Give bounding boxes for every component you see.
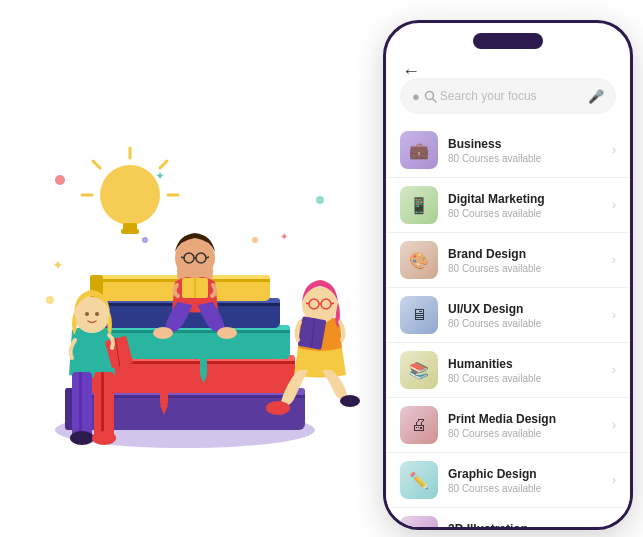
category-text: Humanities 80 Courses available <box>448 357 612 384</box>
svg-point-66 <box>316 196 324 204</box>
category-icon: 📱 <box>409 196 429 215</box>
chevron-right-icon: › <box>612 253 616 267</box>
category-icon: ✏️ <box>409 471 429 490</box>
chevron-right-icon: › <box>612 363 616 377</box>
phone-frame: ← ● Search your focus 🎤 💼 Business 80 Co… <box>383 20 633 530</box>
svg-rect-21 <box>160 375 168 405</box>
search-icon: ● <box>412 89 420 104</box>
category-icon: 🖥 <box>411 306 427 324</box>
svg-point-65 <box>55 175 65 185</box>
category-subtitle: 80 Courses available <box>448 428 612 439</box>
svg-line-41 <box>206 257 209 258</box>
svg-point-49 <box>92 431 116 445</box>
category-subtitle: 80 Courses available <box>448 373 612 384</box>
list-item[interactable]: 🎨 Brand Design 80 Courses available › <box>386 233 630 288</box>
svg-line-74 <box>433 99 436 102</box>
svg-point-34 <box>153 327 173 339</box>
svg-text:✦: ✦ <box>155 169 165 183</box>
svg-point-69 <box>46 296 54 304</box>
svg-line-30 <box>160 161 167 168</box>
chevron-right-icon: › <box>612 473 616 487</box>
phone-notch <box>473 33 543 49</box>
category-thumbnail: 🖨 <box>400 406 438 444</box>
svg-point-52 <box>95 312 99 316</box>
list-item[interactable]: 🖥 UI/UX Design 80 Courses available › <box>386 288 630 343</box>
svg-point-35 <box>217 327 237 339</box>
phone-mockup: ← ● Search your focus 🎤 💼 Business 80 Co… <box>383 20 633 530</box>
category-subtitle: 80 Courses available <box>448 263 612 274</box>
svg-text:✦: ✦ <box>52 257 64 273</box>
category-subtitle: 80 Courses available <box>448 483 612 494</box>
category-subtitle: 80 Courses available <box>448 153 612 164</box>
list-item[interactable]: 📱 Digital Marketing 80 Courses available… <box>386 178 630 233</box>
category-icon: 💼 <box>409 141 429 160</box>
svg-text:✦: ✦ <box>280 231 288 242</box>
svg-point-51 <box>85 312 89 316</box>
category-text: UI/UX Design 80 Courses available <box>448 302 612 329</box>
category-thumbnail: ✏️ <box>400 461 438 499</box>
chevron-right-icon: › <box>612 198 616 212</box>
svg-line-40 <box>181 257 184 258</box>
svg-point-48 <box>70 431 94 445</box>
svg-point-56 <box>340 395 360 407</box>
category-thumbnail: 🖥 <box>400 296 438 334</box>
list-item[interactable]: 🎭 3D Illustration 80 Courses available › <box>386 508 630 527</box>
svg-point-68 <box>252 237 258 243</box>
category-thumbnail: 📱 <box>400 186 438 224</box>
category-text: Business 80 Courses available <box>448 137 612 164</box>
svg-rect-45 <box>79 372 82 437</box>
search-icon-svg <box>424 90 437 103</box>
list-item[interactable]: 🖨 Print Media Design 80 Courses availabl… <box>386 398 630 453</box>
category-icon: 🎨 <box>409 251 429 270</box>
category-thumbnail: 📚 <box>400 351 438 389</box>
svg-line-61 <box>306 303 309 304</box>
category-text: Print Media Design 80 Courses available <box>448 412 612 439</box>
search-bar[interactable]: ● Search your focus 🎤 <box>400 78 616 114</box>
category-title: Graphic Design <box>448 467 612 481</box>
category-list: 💼 Business 80 Courses available › 📱 Digi… <box>386 123 630 527</box>
svg-rect-47 <box>101 372 104 437</box>
category-icon: 📚 <box>409 361 429 380</box>
category-title: Digital Marketing <box>448 192 612 206</box>
list-item[interactable]: ✏️ Graphic Design 80 Courses available › <box>386 453 630 508</box>
svg-rect-27 <box>121 229 139 234</box>
category-text: Graphic Design 80 Courses available <box>448 467 612 494</box>
svg-rect-23 <box>200 350 207 375</box>
category-title: UI/UX Design <box>448 302 612 316</box>
category-title: Print Media Design <box>448 412 612 426</box>
category-thumbnail: 💼 <box>400 131 438 169</box>
microphone-icon[interactable]: 🎤 <box>588 89 604 104</box>
category-text: Digital Marketing 80 Courses available <box>448 192 612 219</box>
category-subtitle: 80 Courses available <box>448 318 612 329</box>
illustration: ✦ ✦ ✦ <box>0 0 370 537</box>
list-item[interactable]: 📚 Humanities 80 Courses available › <box>386 343 630 398</box>
search-placeholder: Search your focus <box>440 89 588 103</box>
chevron-right-icon: › <box>612 143 616 157</box>
svg-point-67 <box>142 237 148 243</box>
category-title: Humanities <box>448 357 612 371</box>
category-title: Brand Design <box>448 247 612 261</box>
svg-point-55 <box>266 401 290 415</box>
chevron-right-icon: › <box>612 418 616 432</box>
category-title: Business <box>448 137 612 151</box>
svg-line-29 <box>93 161 100 168</box>
category-subtitle: 80 Courses available <box>448 208 612 219</box>
svg-line-62 <box>331 303 334 304</box>
category-thumbnail: 🎭 <box>400 516 438 527</box>
category-icon: 🖨 <box>411 416 427 434</box>
chevron-right-icon: › <box>612 308 616 322</box>
category-text: Brand Design 80 Courses available <box>448 247 612 274</box>
category-thumbnail: 🎨 <box>400 241 438 279</box>
category-text: 3D Illustration 80 Courses available <box>448 522 612 528</box>
category-title: 3D Illustration <box>448 522 612 528</box>
list-item[interactable]: 💼 Business 80 Courses available › <box>386 123 630 178</box>
category-icon: 🎭 <box>409 526 429 528</box>
svg-point-73 <box>426 91 434 99</box>
svg-point-25 <box>100 165 160 225</box>
